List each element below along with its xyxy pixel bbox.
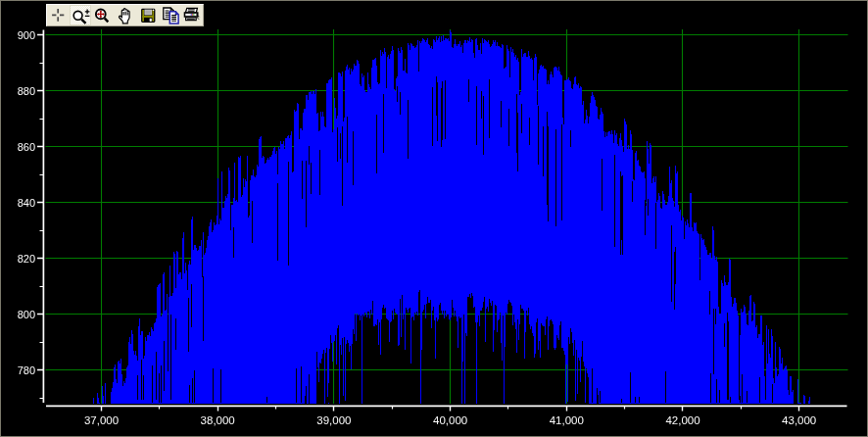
svg-text:43,000: 43,000 — [782, 414, 816, 426]
svg-text:900: 900 — [18, 29, 35, 41]
svg-text:42,000: 42,000 — [665, 414, 699, 426]
svg-text:800: 800 — [18, 309, 35, 320]
svg-text:41,000: 41,000 — [550, 414, 584, 426]
svg-text:40,000: 40,000 — [433, 414, 467, 426]
svg-text:39,000: 39,000 — [316, 414, 351, 426]
svg-text:840: 840 — [18, 197, 35, 209]
svg-text:880: 880 — [18, 85, 35, 97]
svg-text:37,000: 37,000 — [84, 414, 119, 426]
svg-text:780: 780 — [18, 364, 35, 376]
svg-text:820: 820 — [18, 253, 35, 265]
svg-text:860: 860 — [18, 141, 35, 153]
svg-text:38,000: 38,000 — [201, 414, 235, 426]
